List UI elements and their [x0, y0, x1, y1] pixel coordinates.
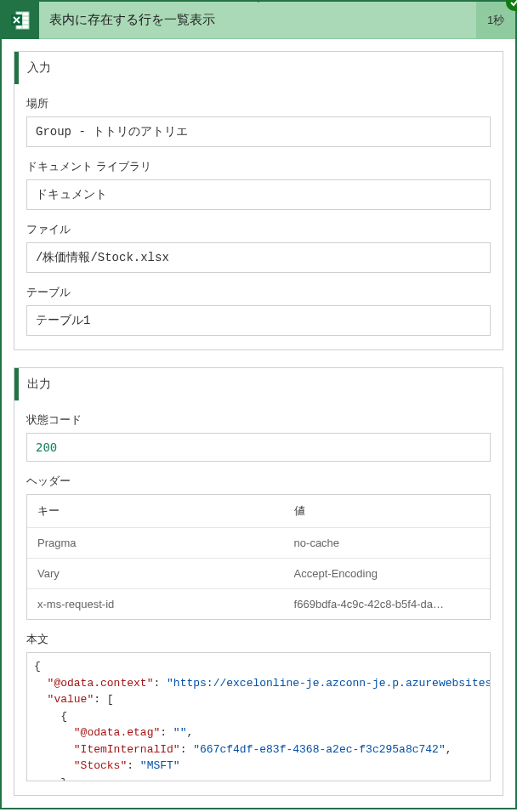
- field-label-document-library: ドキュメント ライブラリ: [26, 159, 491, 174]
- headers-value-header: 値: [294, 503, 480, 519]
- header-value: no-cache: [294, 537, 480, 549]
- action-card: 表内に存在する行を一覧表示 1秒 入力 場所 Group - トトリのアトリエ …: [0, 0, 517, 809]
- action-title: 表内に存在する行を一覧表示: [39, 2, 476, 38]
- field-value-file[interactable]: /株価情報/Stock.xlsx: [26, 242, 491, 273]
- headers-table-head: キー 値: [27, 495, 490, 527]
- field-status-code: 状態コード 200: [26, 412, 491, 462]
- field-label-headers: ヘッダー: [26, 474, 491, 489]
- excel-icon: [2, 2, 39, 39]
- header-value: f669bdfa-4c9c-42c8-b5f4-da…: [294, 598, 480, 610]
- field-label-body: 本文: [26, 632, 491, 647]
- field-value-location[interactable]: Group - トトリのアトリエ: [26, 116, 491, 147]
- action-header[interactable]: 表内に存在する行を一覧表示 1秒: [2, 2, 515, 39]
- header-key: x-ms-request-id: [37, 598, 294, 610]
- field-value-document-library[interactable]: ドキュメント: [26, 179, 491, 210]
- check-icon: [509, 0, 517, 8]
- field-label-location: 場所: [26, 96, 491, 111]
- field-label-table: テーブル: [26, 285, 491, 300]
- field-body: 本文 { "@odata.context": "https://excelonl…: [26, 632, 491, 781]
- field-label-status-code: 状態コード: [26, 412, 491, 428]
- table-row: Vary Accept-Encoding: [27, 558, 490, 588]
- headers-table-scroll[interactable]: キー 値 Pragma no-cache Vary Accept-Encodin…: [27, 495, 490, 619]
- field-table: テーブル テーブル1: [26, 285, 491, 336]
- card-body: 入力 場所 Group - トトリのアトリエ ドキュメント ライブラリ ドキュメ…: [2, 39, 515, 808]
- table-row: Pragma no-cache: [27, 527, 490, 558]
- headers-key-header: キー: [37, 503, 294, 519]
- header-key: Vary: [37, 567, 294, 580]
- outputs-section: 出力 状態コード 200 ヘッダー キー 値 Pragma no-cache: [14, 367, 503, 796]
- field-label-file: ファイル: [26, 222, 491, 237]
- field-value-table[interactable]: テーブル1: [26, 305, 491, 336]
- field-document-library: ドキュメント ライブラリ ドキュメント: [26, 159, 491, 210]
- header-value: Accept-Encoding: [294, 567, 480, 580]
- headers-table: キー 値 Pragma no-cache Vary Accept-Encodin…: [26, 494, 491, 620]
- field-file: ファイル /株価情報/Stock.xlsx: [26, 222, 491, 273]
- inputs-section: 入力 場所 Group - トトリのアトリエ ドキュメント ライブラリ ドキュメ…: [14, 51, 503, 350]
- field-value-status-code[interactable]: 200: [26, 433, 491, 462]
- inputs-section-title: 入力: [14, 52, 503, 84]
- field-location: 場所 Group - トトリのアトリエ: [26, 96, 491, 147]
- field-headers: ヘッダー キー 値 Pragma no-cache Vary: [26, 474, 491, 620]
- header-key: Pragma: [37, 537, 294, 549]
- body-json[interactable]: { "@odata.context": "https://excelonline…: [26, 652, 491, 781]
- outputs-section-title: 出力: [14, 368, 503, 400]
- table-row: x-ms-request-id f669bdfa-4c9c-42c8-b5f4-…: [27, 588, 490, 619]
- collapse-chevron-icon[interactable]: [253, 0, 264, 3]
